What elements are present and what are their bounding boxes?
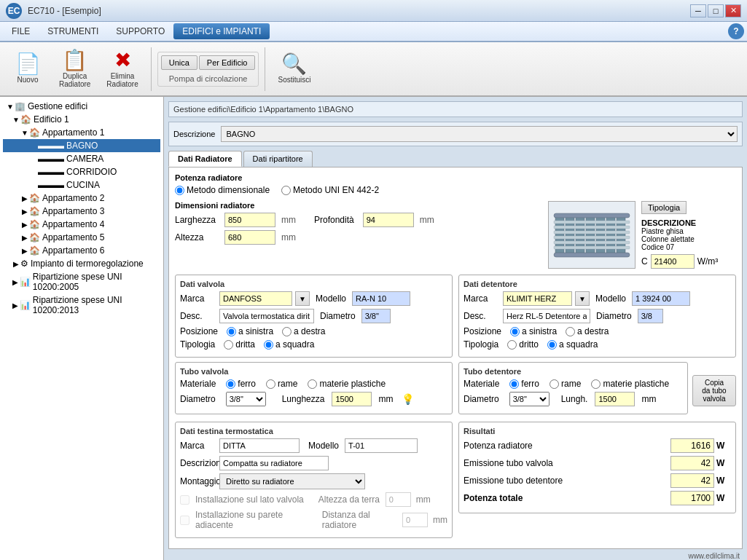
tab-dati-radiatore[interactable]: Dati Radiatore — [168, 151, 242, 167]
detentore-tipo-squadra-radio[interactable] — [547, 340, 557, 350]
tubo-valvola-ferro-radio[interactable] — [226, 379, 235, 389]
testina-desc-input[interactable] — [219, 456, 329, 470]
close-button[interactable]: ✕ — [725, 4, 741, 17]
testina-montaggio-select[interactable]: Diretto su radiatore — [219, 473, 365, 489]
detentore-marca-input[interactable] — [503, 291, 572, 306]
menu-edifici[interactable]: EDIFICI e IMPIANTI — [173, 23, 270, 39]
pompa-per-edificio-button[interactable]: Per Edificio — [199, 55, 256, 70]
valvola-marca-button[interactable]: ▼ — [295, 291, 310, 306]
tubo-valvola-materie-radio[interactable] — [308, 379, 317, 389]
detentore-diam-input[interactable] — [638, 309, 663, 323]
copia-button[interactable]: Copiada tubovalvola — [692, 375, 736, 406]
menu-strumenti[interactable]: STRUMENTI — [39, 23, 107, 39]
valvola-pos-sinistra-option[interactable]: a sinistra — [227, 326, 273, 336]
tubo-valvola-lung-input[interactable] — [332, 392, 372, 406]
tubo-det-rame-option[interactable]: rame — [550, 379, 581, 389]
tubo-det-lung-input[interactable] — [595, 392, 635, 406]
tubo-det-ferro-radio[interactable] — [509, 379, 519, 389]
duplica-button[interactable]: 📋 DuplicaRadiatore — [52, 47, 97, 92]
sidebar-item-camera[interactable]: ▬▬▬ CAMERA — [3, 152, 160, 165]
tubo-valvola-rame-radio[interactable] — [266, 379, 275, 389]
help-button[interactable]: ? — [728, 23, 744, 39]
testina-marca-input[interactable] — [219, 438, 300, 453]
valvola-diametro-input[interactable] — [361, 309, 391, 323]
valvola-marca-input[interactable] — [219, 291, 292, 306]
tubo-det-materie-option[interactable]: materie plastiche — [591, 379, 669, 389]
tubo-det-materie-radio[interactable] — [591, 379, 601, 389]
c-input[interactable] — [651, 254, 695, 269]
valvola-tipo-squadra-radio[interactable] — [264, 340, 273, 350]
sidebar-item-app1[interactable]: ▼ 🏠 Appartamento 1 — [3, 126, 160, 139]
menu-file[interactable]: FILE — [3, 23, 39, 39]
sidebar-item-ripart2013[interactable]: ▶ 📊 Ripartizione spese UNI 10200:2013 — [3, 293, 160, 317]
sidebar-item-corridoio[interactable]: ▬▬▬ CORRIDOIO — [3, 165, 160, 178]
tab-dati-ripartitore[interactable]: Dati ripartitore — [243, 151, 313, 167]
tipologia-button[interactable]: Tipologia — [641, 201, 687, 214]
restore-button[interactable]: □ — [708, 4, 724, 17]
detentore-tipo-dritto-radio[interactable] — [507, 340, 517, 350]
tubo-valvola-ferro-option[interactable]: ferro — [226, 379, 256, 389]
detentore-pos-sinistra-radio[interactable] — [510, 327, 520, 336]
corridoio-icon: ▬▬▬ — [38, 167, 64, 177]
root-icon: 🏢 — [15, 101, 26, 111]
testina-install-lato-check[interactable] — [180, 495, 189, 505]
pompa-unica-button[interactable]: Unica — [161, 55, 197, 70]
logo-text: EC — [8, 6, 20, 16]
tubo-det-rame-radio[interactable] — [550, 379, 559, 389]
sidebar-item-ripart2005[interactable]: ▶ 📊 Ripartizione spese UNI 10200:2005 — [3, 270, 160, 293]
menu-supporto[interactable]: SUPPORTO — [107, 23, 173, 39]
metodo-uni-radio[interactable] — [281, 186, 291, 195]
metodo-dim-radio[interactable] — [175, 186, 184, 195]
testina-modello-input[interactable] — [345, 438, 418, 453]
profondita-input[interactable] — [363, 213, 414, 227]
toolbar-separator-2 — [265, 47, 265, 91]
sidebar-item-impianto[interactable]: ▶ ⚙ Impianto di termoregolazione — [3, 257, 160, 270]
tubo-valvola-rame-option[interactable]: rame — [266, 379, 297, 389]
sidebar-item-app5[interactable]: ▶ 🏠 Appartamento 5 — [3, 231, 160, 244]
detentore-pos-destra-radio[interactable] — [566, 327, 575, 336]
detentore-pos-sinistra-option[interactable]: a sinistra — [510, 326, 557, 336]
valvola-pos-destra-option[interactable]: a destra — [282, 326, 325, 336]
detentore-modello-input[interactable] — [632, 291, 690, 306]
valvola-tipo-dritta-radio[interactable] — [224, 340, 233, 350]
sidebar-item-cucina[interactable]: ▬▬▬ CUCINA — [3, 178, 160, 192]
app3-label: Appartamento 3 — [42, 206, 104, 216]
testina-install-parete-label: Installazione su parete adiacente — [195, 510, 308, 530]
minimize-button[interactable]: ─ — [690, 4, 706, 17]
distanza-rad-input[interactable] — [402, 513, 428, 527]
detentore-pos-destra-option[interactable]: a destra — [566, 326, 609, 336]
descrizione-select[interactable]: BAGNO — [221, 126, 738, 142]
sidebar-item-app2[interactable]: ▶ 🏠 Appartamento 2 — [3, 192, 160, 205]
valvola-pos-destra-radio[interactable] — [282, 327, 292, 336]
detentore-tipo-squadra-option[interactable]: a squadra — [547, 339, 598, 350]
sidebar-item-app6[interactable]: ▶ 🏠 Appartamento 6 — [3, 244, 160, 257]
valvola-modello-input[interactable] — [352, 291, 410, 306]
altezza-input[interactable] — [224, 230, 275, 245]
valvola-pos-sinistra-radio[interactable] — [227, 327, 236, 336]
sidebar-item-bagno[interactable]: ▬▬▬ BAGNO — [3, 139, 160, 152]
valvola-tipo-squadra-option[interactable]: a squadra — [264, 339, 314, 350]
valvola-desc-input[interactable] — [219, 309, 314, 323]
elimina-button[interactable]: ✖ EliminaRadiatore — [100, 47, 144, 92]
potenza-rad-result-value: 1616 — [670, 438, 714, 453]
sostituisci-button[interactable]: 🔍 Sostituisci — [271, 50, 317, 87]
sidebar-item-edificio1[interactable]: ▼ 🏠 Edificio 1 — [3, 113, 160, 126]
sidebar-item-app3[interactable]: ▶ 🏠 Appartamento 3 — [3, 205, 160, 218]
sidebar-item-app4[interactable]: ▶ 🏠 Appartamento 4 — [3, 218, 160, 231]
larghezza-input[interactable] — [224, 213, 275, 227]
sidebar-item-root[interactable]: ▼ 🏢 Gestione edifici — [3, 100, 160, 113]
tubo-valvola-materie-option[interactable]: materie plastiche — [308, 379, 386, 389]
metodo-dim-option[interactable]: Metodo dimensionale — [175, 185, 270, 195]
detentore-desc-input[interactable] — [503, 309, 590, 323]
nuovo-button[interactable]: 📄 Nuovo — [6, 50, 50, 87]
tubo-valvola-diam-select[interactable]: 3/8" — [226, 392, 266, 406]
metodo-uni-option[interactable]: Metodo UNI EN 442-2 — [281, 185, 379, 195]
altezza-terra-input[interactable] — [386, 492, 411, 507]
tubo-det-ferro-option[interactable]: ferro — [509, 379, 539, 389]
testina-install-parete-check[interactable] — [180, 516, 189, 525]
emissione-detentore-result-unit: W — [716, 476, 731, 486]
valvola-tipo-dritta-option[interactable]: dritta — [224, 339, 255, 350]
detentore-marca-button[interactable]: ▼ — [575, 291, 590, 306]
tubo-det-diam-select[interactable]: 3/8" — [509, 392, 550, 406]
detentore-tipo-dritto-option[interactable]: dritto — [507, 339, 539, 350]
